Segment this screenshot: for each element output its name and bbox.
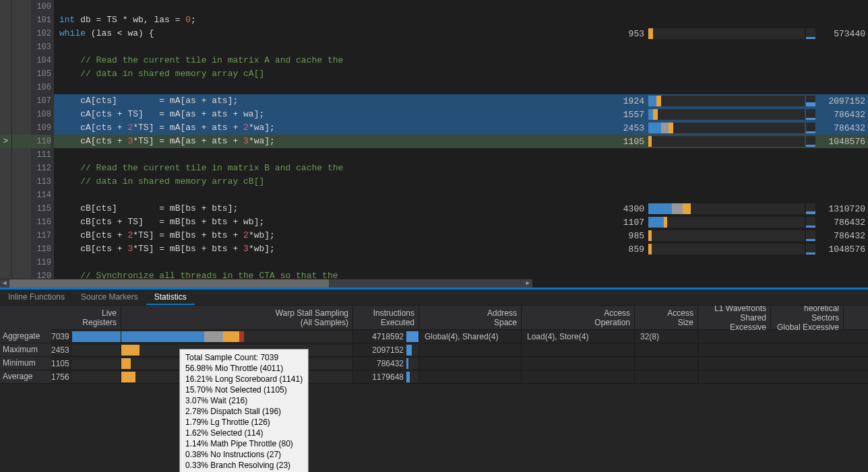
stats-col-header[interactable]: AddressSpace bbox=[419, 306, 522, 329]
code-text-column[interactable]: int db = TS * wb, las = 0;while (las < w… bbox=[54, 0, 532, 288]
metric-right-value: 1310720 bbox=[815, 204, 865, 214]
line-number-column: 1001011021031041051061071081091101111121… bbox=[31, 0, 54, 288]
stats-row-label: Average bbox=[0, 370, 51, 383]
code-line-114[interactable] bbox=[54, 189, 532, 202]
stats-row-label: Aggregate bbox=[0, 330, 51, 343]
code-line-102[interactable]: while (las < wa) { bbox=[54, 27, 532, 40]
code-line-103[interactable] bbox=[54, 40, 532, 54]
statistics-pane: LiveRegistersWarp Stall Sampling(All Sam… bbox=[0, 306, 868, 472]
tab-source-markers[interactable]: Source Markers bbox=[73, 290, 146, 305]
metric-stall-bar[interactable] bbox=[648, 203, 805, 214]
metric-row-107: 19242097152 bbox=[532, 94, 868, 108]
metric-row-118: 8591048576 bbox=[532, 242, 868, 256]
stats-row-average: Average17561179648 bbox=[0, 370, 868, 384]
metric-stall-bar[interactable] bbox=[648, 217, 805, 228]
code-line-118[interactable]: cB[cts + 3*TS] = mB[bs + bts + 3*wb]; bbox=[54, 242, 532, 256]
tooltip-line: Total Sample Count: 7039 bbox=[185, 352, 303, 363]
metrics-pane[interactable]: 9535734401924209715215577864322453786432… bbox=[532, 0, 868, 288]
scroll-right-arrow[interactable]: ► bbox=[523, 279, 532, 288]
code-line-111[interactable] bbox=[54, 148, 532, 162]
metric-right-value: 786432 bbox=[815, 110, 865, 120]
metric-left-value: 985 bbox=[535, 231, 647, 241]
tooltip-line: 0.33% Branch Resolving (23) bbox=[185, 460, 303, 471]
metric-right-value: 573440 bbox=[815, 29, 865, 39]
code-line-115[interactable]: cB[cts] = mB[bs + bts]; bbox=[54, 202, 532, 215]
tooltip-line: 1.14% Math Pipe Throttle (80) bbox=[185, 438, 303, 449]
metric-row-115: 43001310720 bbox=[532, 202, 868, 215]
tab-inline-functions[interactable]: Inline Functions bbox=[0, 290, 73, 305]
metric-stall-bar[interactable] bbox=[648, 136, 805, 147]
code-hscrollbar[interactable]: ◄ ► bbox=[0, 279, 532, 288]
stats-corner bbox=[0, 306, 51, 330]
metric-left-value: 1107 bbox=[535, 217, 647, 228]
stats-col-header[interactable]: InstructionsExecuted bbox=[353, 306, 419, 329]
code-line-116[interactable]: cB[cts + TS] = mB[bs + bts + wb]; bbox=[54, 215, 532, 229]
tooltip-line: 56.98% Mio Throttle (4011) bbox=[185, 363, 303, 374]
metric-left-value: 2453 bbox=[535, 123, 647, 133]
source-code-pane[interactable]: > 10010110210310410510610710810911011111… bbox=[0, 0, 532, 288]
metric-row-114 bbox=[532, 189, 868, 202]
metric-right-value: 2097152 bbox=[815, 96, 865, 106]
scroll-left-arrow[interactable]: ◄ bbox=[0, 279, 9, 288]
metric-left-value: 953 bbox=[535, 29, 647, 39]
stall-tooltip: Total Sample Count: 703956.98% Mio Throt… bbox=[179, 349, 309, 472]
metric-left-value: 859 bbox=[535, 244, 647, 255]
metric-row-112 bbox=[532, 162, 868, 175]
stats-body: Aggregate70394718592Global(4), Shared(4)… bbox=[0, 330, 868, 384]
stats-col-header[interactable]: heoretical SectorsGlobal Excessive bbox=[771, 306, 844, 329]
code-line-104[interactable]: // Read the current tile in matrix A and… bbox=[54, 54, 532, 67]
metric-left-value: 1557 bbox=[535, 110, 647, 120]
metric-row-105 bbox=[532, 67, 868, 81]
tooltip-line: 1.62% Selected (114) bbox=[185, 428, 303, 438]
metric-row-119 bbox=[532, 256, 868, 269]
metric-row-101 bbox=[532, 13, 868, 27]
stats-col-header[interactable]: AccessOperation bbox=[522, 306, 635, 329]
metric-stall-bar[interactable] bbox=[648, 123, 805, 133]
gutter-marker-column: > bbox=[0, 0, 12, 288]
stats-col-header[interactable]: L1 WavefrontsShared Excessive bbox=[698, 306, 771, 329]
tooltip-line: 15.70% Not Selected (1105) bbox=[185, 384, 303, 395]
tooltip-line: 3.07% Wait (216) bbox=[185, 395, 303, 406]
metric-stall-bar[interactable] bbox=[648, 96, 805, 106]
code-line-119[interactable] bbox=[54, 256, 532, 269]
stats-row-label: Maximum bbox=[0, 343, 51, 356]
code-line-101[interactable]: int db = TS * wb, las = 0; bbox=[54, 13, 532, 27]
metric-stall-bar[interactable] bbox=[648, 109, 805, 120]
stats-col-header[interactable]: Warp Stall Sampling(All Samples) bbox=[121, 306, 353, 329]
hscroll-thumb[interactable] bbox=[9, 279, 329, 288]
code-line-106[interactable] bbox=[54, 81, 532, 94]
code-line-109[interactable]: cA[cts + 2*TS] = mA[as + ats + 2*wa]; bbox=[54, 121, 532, 135]
code-line-108[interactable]: cA[cts + TS] = mA[as + ats + wa]; bbox=[54, 108, 532, 121]
code-line-107[interactable]: cA[cts] = mA[as + ats]; bbox=[54, 94, 532, 108]
stats-row-maximum: Maximum24532097152 bbox=[0, 343, 868, 357]
metric-stall-bar[interactable] bbox=[648, 28, 805, 39]
metric-row-110: 11051048576 bbox=[532, 135, 868, 148]
metric-row-109: 2453786432 bbox=[532, 121, 868, 135]
metric-right-value: 786432 bbox=[815, 231, 865, 241]
code-line-113[interactable]: // data in shared memory array cB[] bbox=[54, 175, 532, 189]
code-line-100[interactable] bbox=[54, 0, 532, 13]
code-line-117[interactable]: cB[cts + 2*TS] = mB[bs + bts + 2*wb]; bbox=[54, 229, 532, 242]
metric-right-value: 1048576 bbox=[815, 137, 865, 147]
stats-row-label: Minimum bbox=[0, 357, 51, 370]
code-line-112[interactable]: // Read the current tile in matrix B and… bbox=[54, 162, 532, 175]
stats-col-header[interactable]: LiveRegisters bbox=[51, 306, 121, 329]
tooltip-line: 2.78% Dispatch Stall (196) bbox=[185, 406, 303, 417]
stats-row-minimum: Minimum1105786432 bbox=[0, 357, 868, 370]
metric-left-value: 1105 bbox=[535, 137, 647, 147]
metric-row-102: 953573440 bbox=[532, 27, 868, 40]
metric-row-116: 1107786432 bbox=[532, 215, 868, 229]
metric-row-106 bbox=[532, 81, 868, 94]
bottom-tabs: Inline FunctionsSource MarkersStatistics bbox=[0, 290, 868, 306]
metric-row-117: 985786432 bbox=[532, 229, 868, 242]
metric-stall-bar[interactable] bbox=[648, 244, 805, 255]
code-line-105[interactable]: // data in shared memory array cA[] bbox=[54, 67, 532, 81]
metric-stall-bar[interactable] bbox=[648, 230, 805, 241]
tooltip-line: 1.79% Lg Throttle (126) bbox=[185, 417, 303, 428]
code-line-110[interactable]: cA[cts + 3*TS] = mA[as + ats + 3*wa]; bbox=[54, 135, 532, 148]
metric-right-value: 786432 bbox=[815, 123, 865, 133]
stats-row-aggregate: Aggregate70394718592Global(4), Shared(4)… bbox=[0, 330, 868, 343]
stats-col-header[interactable]: AccessSize bbox=[635, 306, 698, 329]
metric-right-value: 786432 bbox=[815, 217, 865, 228]
tab-statistics[interactable]: Statistics bbox=[146, 290, 195, 305]
